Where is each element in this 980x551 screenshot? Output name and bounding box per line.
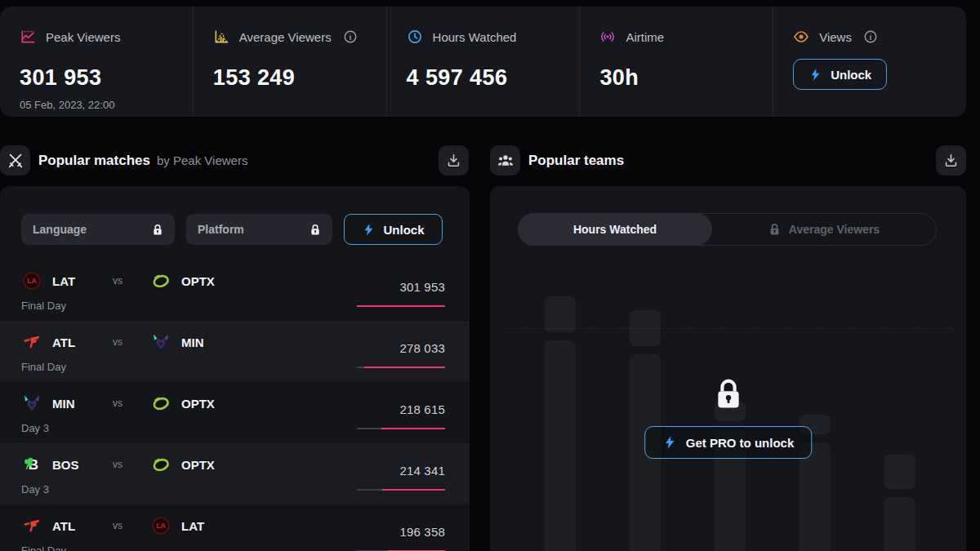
team-logo-min (152, 333, 170, 351)
match-teams: ATLvsMIN (23, 331, 204, 353)
popular-teams-title: Popular teams (528, 153, 624, 169)
platform-filter[interactable]: Platform (186, 214, 332, 245)
crossed-swords-icon (0, 145, 30, 176)
svg-text:LA: LA (156, 522, 165, 530)
peak-viewers-value: 278 033 (399, 341, 445, 355)
team-name: MIN (52, 397, 108, 411)
team-logo-optx (152, 455, 170, 473)
stat-value-hours-watched: 4 597 456 (407, 65, 573, 91)
team-logo-atl (23, 333, 41, 351)
match-stage: Final Day (21, 300, 66, 312)
team-name: ATL (52, 335, 108, 349)
match-teams: ATLvsLALAT (23, 515, 204, 536)
match-row[interactable]: ATLvsLALAT196 358Final Day (0, 504, 470, 551)
matches-download-button[interactable] (439, 145, 469, 176)
ghost-bar-column (545, 340, 576, 551)
stats-bar: Peak Viewers301 95305 Feb, 2023, 22:00Av… (0, 7, 966, 117)
vs-label: vs (108, 275, 127, 287)
team-name: OPTX (181, 397, 215, 411)
platform-filter-label: Platform (198, 223, 244, 236)
value-bar-fill (357, 305, 445, 307)
lightning-icon (808, 68, 822, 82)
value-bar-track (357, 489, 445, 491)
match-stage: Final Day (21, 361, 66, 373)
value-bar-fill (382, 489, 445, 491)
value-bar-track (357, 428, 445, 429)
popular-matches-header: Popular matches by Peak Viewers (0, 145, 247, 176)
team-name: OPTX (181, 274, 215, 288)
peak-viewers-value: 218 615 (399, 402, 445, 416)
popular-matches-title: Popular matches (38, 153, 150, 169)
tab-average-viewers-label: Average Viewers (789, 223, 880, 236)
filters-unlock-label: Unlock (383, 223, 424, 237)
stat-sub-peak-viewers: 05 Feb, 2023, 22:00 (20, 99, 186, 111)
ghost-bar-cap (630, 310, 661, 346)
info-icon[interactable] (343, 29, 358, 44)
team-name: OPTX (181, 458, 215, 472)
views-unlock-button[interactable]: Unlock (793, 59, 887, 90)
download-icon (943, 153, 959, 168)
peak-viewers-value: 301 953 (399, 280, 445, 294)
team-name: LAT (52, 274, 108, 288)
match-teams: LALATvsOPTX (23, 270, 215, 291)
airtime-icon (599, 29, 616, 45)
peak-viewers-icon (20, 29, 36, 45)
match-rows-list: LALATvsOPTX301 953Final DayATLvsMIN278 0… (0, 260, 470, 551)
match-stage: Day 3 (21, 422, 49, 434)
tab-hours-watched[interactable]: Hours Watched (518, 213, 712, 246)
filters-unlock-button[interactable]: Unlock (344, 214, 443, 245)
stat-label-views: Views (819, 30, 852, 44)
team-logo-atl (23, 517, 41, 535)
get-pro-unlock-label: Get PRO to unlock (686, 436, 795, 450)
match-row[interactable]: ATLvsMIN278 033Final Day (0, 321, 470, 382)
get-pro-unlock-button[interactable]: Get PRO to unlock (644, 426, 813, 459)
stat-card-airtime: Airtime30h (579, 7, 773, 117)
peak-viewers-value: 214 341 (399, 464, 445, 478)
match-teams: MINvsOPTX (23, 393, 215, 414)
vs-label: vs (108, 520, 127, 531)
popular-teams-header: Popular teams (490, 145, 624, 176)
esports-stats-dashboard: Peak Viewers301 95305 Feb, 2023, 22:00Av… (0, 0, 980, 551)
popular-matches-subtitle: by Peak Viewers (157, 153, 247, 167)
stat-card-peak-viewers: Peak Viewers301 95305 Feb, 2023, 22:00 (0, 7, 193, 117)
match-row[interactable]: BBOSvsOPTX214 341Day 3 (0, 443, 470, 504)
match-row[interactable]: LALATvsOPTX301 953Final Day (0, 260, 470, 321)
stat-value-peak-viewers: 301 953 (20, 65, 186, 91)
value-bar-fill (381, 428, 445, 429)
ghost-bar-column (884, 497, 915, 551)
ghost-bar-cap (545, 296, 576, 332)
team-logo-bos: B (23, 455, 41, 473)
popular-matches-panel: Language Platform Unlock LALATvsOPTX301 … (0, 186, 470, 551)
match-row[interactable]: MINvsOPTX218 615Day 3 (0, 382, 470, 443)
stat-label-peak-viewers: Peak Viewers (46, 30, 120, 44)
svg-text:LA: LA (27, 277, 36, 285)
stat-card-head: Average Viewers (213, 29, 380, 45)
vs-label: vs (108, 336, 127, 348)
hours-watched-icon (407, 29, 423, 45)
language-filter-label: Language (33, 223, 87, 236)
views-unlock-label: Unlock (831, 68, 871, 82)
teams-download-button[interactable] (936, 145, 966, 176)
popular-teams-panel: Hours Watched Average Viewers Get PRO to… (490, 186, 966, 551)
team-group-icon (490, 145, 520, 176)
vs-label: vs (108, 459, 127, 470)
language-filter[interactable]: Language (21, 214, 175, 245)
average-viewers-icon (213, 29, 229, 45)
stat-card-head: Views (793, 29, 960, 45)
value-bar-track (357, 367, 445, 368)
team-logo-optx (152, 272, 170, 290)
team-logo-min (23, 394, 41, 412)
stat-label-average-viewers: Average Viewers (239, 30, 332, 44)
stat-label-hours-watched: Hours Watched (433, 30, 517, 44)
stat-value-airtime: 30h (599, 65, 766, 91)
tab-average-viewers[interactable]: Average Viewers (712, 214, 936, 245)
value-bar-track (357, 305, 445, 307)
stat-card-head: Peak Viewers (20, 29, 186, 45)
info-icon[interactable] (863, 29, 878, 44)
team-name: LAT (181, 519, 204, 533)
team-name: MIN (181, 335, 204, 349)
match-teams: BBOSvsOPTX (23, 454, 215, 475)
stat-card-hours-watched: Hours Watched4 597 456 (386, 7, 580, 117)
lock-icon (713, 375, 744, 415)
lightning-icon (662, 435, 677, 450)
